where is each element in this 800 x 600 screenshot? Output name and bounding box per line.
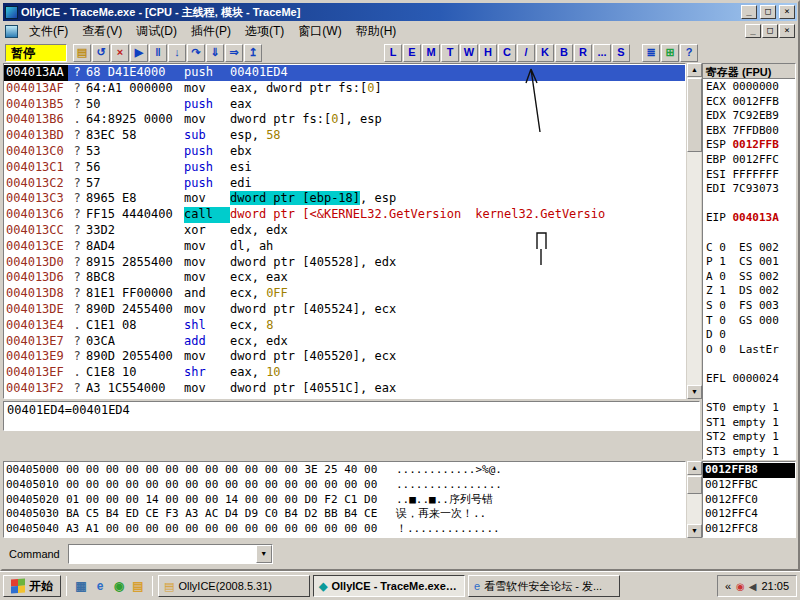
fpu-row[interactable]: ST2 empty 1 bbox=[706, 430, 795, 445]
tray-chevron-button[interactable]: « bbox=[725, 580, 731, 592]
flag-row[interactable]: S 0 FS 003 bbox=[706, 299, 795, 314]
appearance-button[interactable]: ≣ bbox=[642, 44, 660, 62]
task-ollyice-traceme-button[interactable]: ◆OllyICE - TraceMe.exe - ... bbox=[313, 575, 465, 597]
scroll-down-icon[interactable]: ▼ bbox=[687, 385, 702, 399]
register-row[interactable]: ECX 0012FFB bbox=[706, 95, 795, 110]
pause-button[interactable]: ‖ bbox=[149, 44, 167, 62]
command-combobox[interactable]: ▼ bbox=[68, 544, 273, 564]
menu-item[interactable]: 选项(T) bbox=[238, 21, 291, 42]
dump-row[interactable]: 0040500000 00 00 00 00 00 00 00 00 00 00… bbox=[4, 463, 685, 478]
disasm-row[interactable]: 004013CE?8AD4movdl, ah bbox=[4, 239, 685, 255]
task-pediy-forum-button[interactable]: e看雪软件安全论坛 - 发... bbox=[468, 575, 620, 597]
trace-into-button[interactable]: ⇓ bbox=[206, 44, 224, 62]
stack-row[interactable]: 0012FFC4 bbox=[703, 507, 795, 522]
flag-row[interactable]: C 0 ES 002 bbox=[706, 241, 795, 256]
panel-button-h[interactable]: H bbox=[479, 44, 497, 62]
disasm-row[interactable]: 004013DE?890D 2455400movdword ptr [40552… bbox=[4, 302, 685, 318]
register-row[interactable]: ESI FFFFFFF bbox=[706, 168, 795, 183]
register-row[interactable]: ESP 0012FFB bbox=[706, 138, 795, 153]
launch-ie-icon[interactable]: e bbox=[91, 577, 109, 595]
flag-row[interactable]: Z 1 DS 002 bbox=[706, 284, 795, 299]
menu-item[interactable]: 查看(V) bbox=[75, 21, 129, 42]
disasm-row[interactable]: 004013C6?FF15 4440400calldword ptr [<&KE… bbox=[4, 207, 685, 223]
maximize-button[interactable]: □ bbox=[760, 5, 776, 19]
stack-row[interactable]: 0012FFBC bbox=[703, 478, 795, 493]
register-row[interactable]: EBX 7FFDB00 bbox=[706, 124, 795, 139]
register-row-eip[interactable]: EIP 004013A bbox=[706, 211, 795, 226]
stack-row[interactable]: 0012FFC0 bbox=[703, 493, 795, 508]
disasm-row[interactable]: 004013CC?33D2xoredx, edx bbox=[4, 223, 685, 239]
menu-item[interactable]: 帮助(H) bbox=[349, 21, 404, 42]
disasm-row[interactable]: 004013B6.64:8925 0000movdword ptr fs:[0]… bbox=[4, 112, 685, 128]
title-bar[interactable]: OllyICE - TraceMe.exe - [CPU - 主线程, 模块 -… bbox=[3, 3, 797, 21]
disasm-row[interactable]: 004013D6?8BC8movecx, eax bbox=[4, 270, 685, 286]
panel-button-c[interactable]: C bbox=[498, 44, 516, 62]
close-program-button[interactable]: × bbox=[111, 44, 129, 62]
scroll-thumb[interactable] bbox=[687, 476, 702, 494]
step-over-button[interactable]: ↷ bbox=[187, 44, 205, 62]
stack-panel[interactable]: 0012FFB80012FFBC0012FFC00012FFC40012FFC8 bbox=[702, 461, 796, 538]
flag-row[interactable]: D 0 bbox=[706, 328, 795, 343]
trace-over-button[interactable]: ⇒ bbox=[225, 44, 243, 62]
stack-row[interactable]: 0012FFC8 bbox=[703, 522, 795, 537]
close-button[interactable]: × bbox=[779, 5, 795, 19]
menu-item[interactable]: 插件(P) bbox=[184, 21, 238, 42]
launch-media-icon[interactable]: ◉ bbox=[110, 577, 128, 595]
disasm-row[interactable]: 004013C3?8965 E8movdword ptr [ebp-18], e… bbox=[4, 191, 685, 207]
tray-volume-icon[interactable]: ◀ bbox=[749, 581, 757, 592]
show-desktop-icon[interactable]: ▦ bbox=[72, 577, 90, 595]
hex-dump-panel[interactable]: 0040500000 00 00 00 00 00 00 00 00 00 00… bbox=[3, 461, 686, 538]
disassembly-panel[interactable]: 004013AA?68 D41E4000push00401ED4004013AF… bbox=[3, 63, 686, 399]
step-into-button[interactable]: ↓ bbox=[168, 44, 186, 62]
menu-item[interactable]: 调试(D) bbox=[129, 21, 184, 42]
disasm-row[interactable]: 004013E4.C1E1 08shlecx, 8 bbox=[4, 318, 685, 334]
disasm-row[interactable]: 004013AF?64:A1 000000moveax, dword ptr f… bbox=[4, 81, 685, 97]
disasm-row[interactable]: 004013C0?53pushebx bbox=[4, 144, 685, 160]
menu-item[interactable]: 窗口(W) bbox=[291, 21, 348, 42]
panel-button-k[interactable]: K bbox=[536, 44, 554, 62]
command-input[interactable] bbox=[69, 546, 256, 562]
panel-button-m[interactable]: M bbox=[422, 44, 440, 62]
registers-panel[interactable]: 寄存器 (FPU) EAX 0000000ECX 0012FFBEDX 7C92… bbox=[702, 63, 796, 460]
fpu-row[interactable]: ST0 empty 1 bbox=[706, 401, 795, 416]
panel-button-s[interactable]: S bbox=[612, 44, 630, 62]
dump-scrollbar[interactable]: ▲ ▼ bbox=[686, 461, 701, 538]
run-button[interactable]: ▶ bbox=[130, 44, 148, 62]
panel-button-more[interactable]: ... bbox=[593, 44, 611, 62]
dump-row[interactable]: 00405040A3 A1 00 00 00 00 00 00 00 00 00… bbox=[4, 522, 685, 537]
minimize-button[interactable]: _ bbox=[741, 5, 757, 19]
mdi-close-button[interactable]: × bbox=[779, 24, 795, 38]
dump-row[interactable]: 0040501000 00 00 00 00 00 00 00 00 00 00… bbox=[4, 478, 685, 493]
disasm-row[interactable]: 004013AA?68 D41E4000push00401ED4 bbox=[4, 65, 685, 81]
dump-row[interactable]: 0040502001 00 00 00 14 00 00 00 14 00 00… bbox=[4, 493, 685, 508]
flag-row[interactable]: P 1 CS 001 bbox=[706, 255, 795, 270]
mdi-minimize-button[interactable]: _ bbox=[745, 24, 761, 38]
disasm-row[interactable]: 004013E9?890D 2055400movdword ptr [40552… bbox=[4, 349, 685, 365]
scroll-up-icon[interactable]: ▲ bbox=[687, 63, 702, 77]
execute-till-return-button[interactable]: ↥ bbox=[244, 44, 262, 62]
scroll-up-icon[interactable]: ▲ bbox=[687, 461, 702, 475]
panel-button-l[interactable]: L bbox=[384, 44, 402, 62]
disasm-row[interactable]: 004013D0?8915 2855400movdword ptr [40552… bbox=[4, 255, 685, 271]
disasm-row[interactable]: 004013B5?50pusheax bbox=[4, 97, 685, 113]
register-row[interactable]: EDX 7C92EB9 bbox=[706, 109, 795, 124]
launch-folder-icon[interactable]: ▤ bbox=[129, 577, 147, 595]
register-row[interactable]: EBP 0012FFC bbox=[706, 153, 795, 168]
disasm-row[interactable]: 004013C1?56pushesi bbox=[4, 160, 685, 176]
fpu-row[interactable]: ST1 empty 1 bbox=[706, 416, 795, 431]
dropdown-arrow-icon[interactable]: ▼ bbox=[256, 545, 272, 563]
disasm-row[interactable]: 004013C2?57pushedi bbox=[4, 176, 685, 192]
flag-row[interactable]: O 0 LastEr bbox=[706, 343, 795, 358]
tray-antivirus-icon[interactable]: ◉ bbox=[736, 581, 745, 592]
panel-button-t[interactable]: T bbox=[441, 44, 459, 62]
disasm-row[interactable]: 004013EF.C1E8 10shreax, 10 bbox=[4, 365, 685, 381]
register-row[interactable]: EAX 0000000 bbox=[706, 80, 795, 95]
disasm-row[interactable]: 004013E7?03CAaddecx, edx bbox=[4, 334, 685, 350]
disasm-row[interactable]: 004013D8?81E1 FF00000andecx, 0FF bbox=[4, 286, 685, 302]
disasm-row[interactable]: 004013BD?83EC 58subesp, 58 bbox=[4, 128, 685, 144]
stack-row[interactable]: 0012FFB8 bbox=[703, 463, 795, 478]
menu-item[interactable]: 文件(F) bbox=[22, 21, 75, 42]
mdi-restore-button[interactable]: □ bbox=[762, 24, 778, 38]
efl-row[interactable]: EFL 0000024 bbox=[706, 372, 795, 387]
fpu-row[interactable]: ST3 empty 1 bbox=[706, 445, 795, 460]
